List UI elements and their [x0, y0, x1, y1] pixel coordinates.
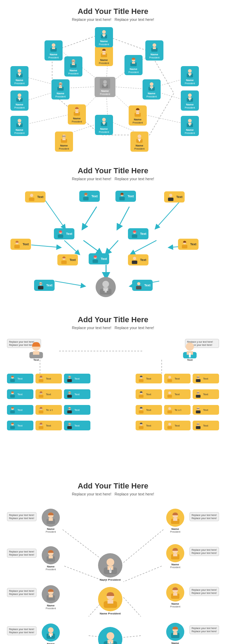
- s2-diagram: Text Text Text: [3, 186, 223, 301]
- avatar-icon: [14, 117, 25, 128]
- s1-node-8: Name President: [51, 79, 70, 100]
- avatar-icon: [132, 107, 143, 117]
- s2-subtitle: Replace your text here! Replace your tex…: [3, 177, 223, 181]
- svg-rect-85: [52, 47, 55, 49]
- svg-rect-143: [119, 197, 125, 200]
- avatar-icon: [99, 116, 109, 127]
- avatar-icon: [101, 590, 120, 609]
- svg-rect-238: [67, 411, 72, 413]
- s4-center-bot: Name President: [98, 627, 122, 644]
- svg-rect-310: [49, 556, 53, 558]
- s2-top-right: Text: [115, 191, 136, 202]
- avatar-icon: [44, 587, 58, 601]
- svg-line-128: [156, 200, 181, 228]
- svg-point-256: [168, 376, 171, 379]
- avatar-icon: [168, 511, 182, 525]
- avatar-icon: [185, 92, 195, 102]
- svg-point-83: [52, 43, 56, 47]
- avatar-icon: [168, 625, 182, 639]
- s4-right-bot-1: Name President: [166, 583, 184, 608]
- svg-rect-268: [167, 395, 172, 398]
- avatar-icon: [185, 117, 195, 128]
- svg-rect-290: [167, 426, 172, 429]
- svg-rect-99: [189, 74, 191, 76]
- svg-point-267: [168, 391, 171, 394]
- svg-point-278: [168, 407, 171, 410]
- svg-rect-212: [67, 379, 72, 382]
- svg-line-299: [123, 566, 162, 582]
- s4-diagram: Replace your text here! Replace your tex…: [3, 502, 223, 644]
- svg-rect-202: [10, 379, 15, 382]
- s3-diagram: Replace your text here! Replace your tex…: [3, 335, 223, 468]
- s1-node-6: Name President: [95, 115, 113, 135]
- section-1: Add Your Title Here Replace your text he…: [0, 0, 226, 159]
- s1-outer-5: Name President: [95, 27, 113, 47]
- svg-rect-66: [59, 86, 62, 88]
- svg-rect-189: [136, 286, 142, 289]
- svg-rect-262: [196, 379, 200, 382]
- avatar-icon: [56, 229, 65, 238]
- svg-rect-195: [33, 351, 39, 355]
- svg-point-101: [188, 94, 192, 97]
- s1-outer-8: Name President: [181, 90, 199, 111]
- svg-point-92: [153, 43, 156, 47]
- s3-left-row1: Text Text Text: [7, 374, 90, 383]
- s4-center-mid: Name President: [98, 587, 122, 615]
- svg-point-42: [150, 82, 154, 86]
- svg-point-314: [48, 627, 54, 633]
- section-2: Add Your Title Here Replace your text he…: [0, 159, 226, 308]
- svg-rect-284: [196, 411, 200, 413]
- svg-line-297: [123, 530, 163, 563]
- s1-outer-1: Name President: [10, 66, 29, 86]
- s2-sub-left: Text: [57, 254, 78, 265]
- svg-rect-254: [139, 379, 143, 382]
- svg-line-126: [45, 200, 64, 228]
- svg-rect-165: [132, 234, 137, 238]
- svg-rect-90: [104, 35, 105, 37]
- avatar-icon: [99, 29, 109, 39]
- s1-node-7: Name President: [68, 104, 86, 125]
- avatar-icon: [13, 240, 22, 249]
- avatar-icon: [44, 548, 58, 562]
- svg-rect-273: [196, 395, 200, 398]
- s4-title: Add Your Title Here: [3, 482, 223, 491]
- s4-text-bubble-3: Replace your text here! Replace your tex…: [7, 588, 37, 597]
- s4-text-bubble-5: Replace your text here! Replace your tex…: [189, 512, 219, 521]
- s2-far-right-top: Text: [164, 191, 185, 202]
- svg-rect-207: [39, 379, 43, 382]
- s4-right-bot-2: Name President: [166, 623, 184, 644]
- avatar-icon: [27, 340, 45, 358]
- svg-rect-317: [50, 634, 51, 637]
- avatar-icon: [118, 192, 127, 201]
- svg-rect-170: [92, 260, 98, 263]
- avatar-icon: [134, 281, 143, 290]
- avatar-icon: [168, 586, 182, 599]
- svg-rect-25: [104, 86, 106, 86]
- avatar-icon: [14, 92, 25, 102]
- avatar-icon: [91, 254, 100, 263]
- s1-node-1: Name President: [64, 56, 82, 77]
- s3-left-row4: Text Text Text: [7, 421, 90, 430]
- svg-point-289: [168, 423, 171, 426]
- svg-point-188: [137, 282, 140, 285]
- svg-line-127: [64, 240, 78, 253]
- s2-far-left-top: Text: [25, 191, 46, 202]
- s1-outer-3: Name President: [10, 116, 29, 136]
- s3-left-top-person: Text: [27, 340, 45, 361]
- avatar-icon: [44, 511, 58, 525]
- s1-node-4: Name President: [143, 79, 161, 100]
- s2-top-left: Text: [79, 191, 100, 202]
- svg-point-78: [18, 119, 22, 123]
- svg-line-124: [107, 240, 118, 253]
- svg-rect-339: [173, 593, 177, 596]
- svg-rect-146: [29, 198, 34, 201]
- svg-rect-215: [10, 395, 15, 398]
- svg-rect-333: [173, 518, 177, 521]
- s3-right-row2: Text Text Text: [136, 389, 219, 399]
- svg-point-87: [102, 30, 106, 34]
- svg-rect-265: [139, 395, 143, 398]
- avatar-icon: [166, 192, 175, 201]
- avatar-icon: [146, 81, 157, 91]
- s2-far-right-mid: Text: [178, 239, 199, 250]
- avatar-icon: [149, 42, 160, 52]
